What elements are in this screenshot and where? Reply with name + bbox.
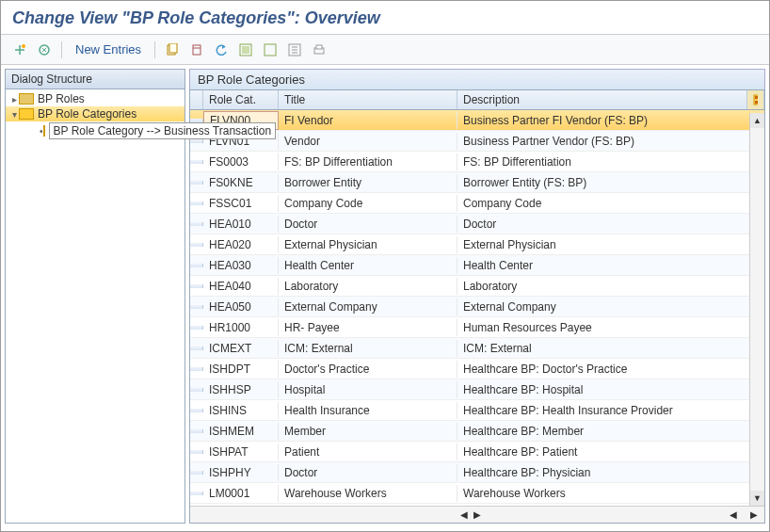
cell-title[interactable]: Health Insurance xyxy=(279,402,457,419)
row-selector[interactable] xyxy=(190,202,203,205)
collapse-icon[interactable]: ▾ xyxy=(9,109,19,120)
cell-title[interactable]: Laboratory xyxy=(279,278,457,295)
select-all-icon[interactable] xyxy=(236,40,255,59)
cell-description[interactable]: FS: BP Differentiation xyxy=(457,153,764,170)
cell-title[interactable]: Hospital xyxy=(279,381,457,398)
table-row[interactable]: FSSC01Company CodeCompany Code xyxy=(190,193,764,214)
table-row[interactable]: FS0003FS: BP DifferentiationFS: BP Diffe… xyxy=(190,152,764,172)
cell-description[interactable]: Human Resources Payee xyxy=(457,319,764,336)
cell-title[interactable]: Doctor's Practice xyxy=(279,361,457,378)
table-row[interactable]: ISHHSPHospitalHealthcare BP: Hospital xyxy=(190,379,764,400)
cell-role-cat[interactable]: LM0001 xyxy=(203,485,279,502)
refresh-icon[interactable] xyxy=(35,40,54,59)
table-row[interactable]: FS0KNEBorrower EntityBorrower Entity (FS… xyxy=(190,172,764,193)
cell-description[interactable]: Health Center xyxy=(457,257,764,274)
table-row[interactable]: ISHINSHealth InsuranceHealthcare BP: Hea… xyxy=(190,400,764,421)
table-row[interactable]: ISHMEMMemberHealthcare BP: Member xyxy=(190,421,764,442)
cell-description[interactable]: Healthcare BP: Doctor's Practice xyxy=(457,361,764,378)
row-selector[interactable] xyxy=(190,243,203,247)
table-row[interactable]: LM0001Warehouse WorkersWarehouse Workers xyxy=(190,483,764,504)
row-selector[interactable] xyxy=(190,429,203,433)
row-selector[interactable] xyxy=(190,326,203,330)
row-selector[interactable] xyxy=(190,119,203,122)
table-row[interactable]: ICMEXTICM: ExternalICM: External xyxy=(190,338,764,359)
expand-icon[interactable]: ▸ xyxy=(9,94,19,105)
table-row[interactable]: ISHPHYDoctorHealthcare BP: Physician xyxy=(190,462,764,483)
cell-title[interactable]: Health Center xyxy=(279,257,457,274)
table-row[interactable]: ISHDPTDoctor's PracticeHealthcare BP: Do… xyxy=(190,359,764,379)
table-row[interactable]: HEA010DoctorDoctor xyxy=(190,214,764,234)
cell-role-cat[interactable]: ISHINS xyxy=(203,402,279,419)
cell-role-cat[interactable]: ISHHSP xyxy=(203,381,279,398)
scroll-right-icon[interactable]: ▶ xyxy=(471,509,484,520)
table-row[interactable]: ISHPATPatientHealthcare BP: Patient xyxy=(190,442,764,462)
cell-description[interactable]: Company Code xyxy=(457,195,764,212)
cell-description[interactable]: ICM: External xyxy=(457,340,764,357)
cell-role-cat[interactable]: HEA010 xyxy=(203,216,279,233)
cell-title[interactable]: Warehouse Workers xyxy=(279,485,457,502)
cell-role-cat[interactable]: HR1000 xyxy=(203,319,279,336)
cell-title[interactable]: Member xyxy=(279,423,457,440)
cell-title[interactable]: Company Code xyxy=(279,195,457,212)
cell-role-cat[interactable]: FS0003 xyxy=(203,153,279,170)
cell-description[interactable]: Doctor xyxy=(457,216,764,233)
toggle-icon[interactable] xyxy=(10,40,29,59)
cell-role-cat[interactable]: HEA020 xyxy=(203,236,279,253)
row-selector[interactable] xyxy=(190,305,203,309)
cell-role-cat[interactable]: HEA040 xyxy=(203,278,279,295)
row-selector[interactable] xyxy=(190,264,203,267)
cell-description[interactable]: Business Partner Vendor (FS: BP) xyxy=(457,133,764,150)
cell-title[interactable]: ICM: External xyxy=(279,340,457,357)
cell-title[interactable]: External Company xyxy=(279,298,457,315)
undo-icon[interactable] xyxy=(212,40,231,59)
table-row[interactable]: HEA050External CompanyExternal Company xyxy=(190,297,764,317)
page-left-icon[interactable]: ◀ xyxy=(727,509,740,520)
cell-description[interactable]: Laboratory xyxy=(457,278,764,295)
cell-description[interactable]: External Physician xyxy=(457,236,764,253)
cell-description[interactable]: Healthcare BP: Health Insurance Provider xyxy=(457,402,764,419)
cell-description[interactable]: Healthcare BP: Physician xyxy=(457,464,764,481)
row-selector[interactable] xyxy=(190,347,203,350)
vertical-scrollbar[interactable]: ▲ ▼ xyxy=(749,113,764,506)
cell-role-cat[interactable]: FSSC01 xyxy=(203,195,279,212)
cell-title[interactable]: Patient xyxy=(279,443,457,460)
cell-title[interactable]: Borrower Entity xyxy=(279,174,457,191)
col-selector[interactable] xyxy=(190,90,203,109)
table-row[interactable]: HEA040LaboratoryLaboratory xyxy=(190,276,764,297)
cell-description[interactable]: Borrower Entity (FS: BP) xyxy=(457,174,764,191)
table-row[interactable]: FLVN01VendorBusiness Partner Vendor (FS:… xyxy=(190,131,764,152)
grid-options-icon[interactable] xyxy=(747,90,764,109)
scroll-down-icon[interactable]: ▼ xyxy=(750,491,764,506)
page-right-icon[interactable]: ▶ xyxy=(747,509,761,520)
cell-role-cat[interactable]: ISHMEM xyxy=(203,423,279,440)
col-description[interactable]: Description xyxy=(457,90,747,109)
cell-title[interactable]: FI Vendor xyxy=(279,112,457,129)
cell-role-cat[interactable]: HEA030 xyxy=(203,257,279,274)
row-selector[interactable] xyxy=(190,181,203,185)
table-row[interactable]: FLVN00FI VendorBusiness Partner FI Vendo… xyxy=(190,110,764,131)
cell-description[interactable]: Healthcare BP: Member xyxy=(457,423,764,440)
cell-title[interactable]: HR- Payee xyxy=(279,319,457,336)
col-role-cat[interactable]: Role Cat. xyxy=(203,90,279,109)
table-row[interactable]: HEA020External PhysicianExternal Physici… xyxy=(190,234,764,255)
table-row[interactable]: HR1000HR- PayeeHuman Resources Payee xyxy=(190,317,764,338)
cell-role-cat[interactable]: ISHDPT xyxy=(203,361,279,378)
new-entries-button[interactable]: New Entries xyxy=(70,40,147,58)
row-selector[interactable] xyxy=(190,222,203,226)
tree-node-bp-roles[interactable]: ▸ BP Roles xyxy=(6,91,184,106)
cell-role-cat[interactable]: FS0KNE xyxy=(203,174,279,191)
cell-description[interactable]: Healthcare BP: Patient xyxy=(457,443,764,460)
cell-title[interactable]: Doctor xyxy=(279,216,457,233)
row-selector[interactable] xyxy=(190,409,203,412)
tree-node-bp-role-categories[interactable]: ▾ BP Role Categories xyxy=(6,106,184,121)
cell-description[interactable]: External Company xyxy=(457,298,764,315)
row-selector[interactable] xyxy=(190,284,203,288)
delete-icon[interactable] xyxy=(187,40,206,59)
config-icon[interactable] xyxy=(285,40,304,59)
scroll-left-icon[interactable]: ◀ xyxy=(457,509,471,520)
cell-role-cat[interactable]: HEA050 xyxy=(203,298,279,315)
row-selector[interactable] xyxy=(190,471,203,475)
cell-role-cat[interactable]: ICMEXT xyxy=(203,340,279,357)
row-selector[interactable] xyxy=(190,492,203,495)
row-selector[interactable] xyxy=(190,139,203,143)
